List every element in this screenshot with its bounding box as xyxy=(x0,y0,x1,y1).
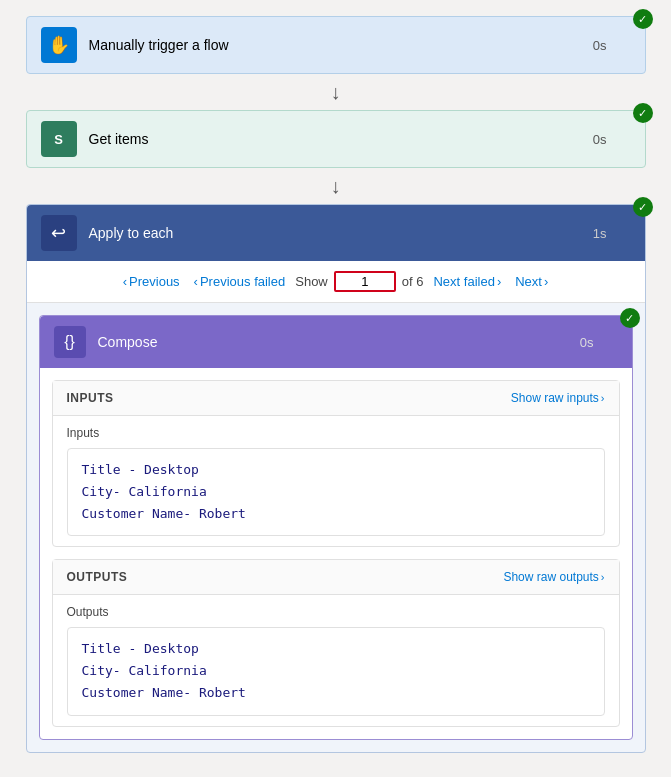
apply-to-each-label: Apply to each xyxy=(89,225,174,241)
flow-container: ✋ Manually trigger a flow 0s ✓ ↓ S Get i… xyxy=(16,16,655,753)
next-failed-button[interactable]: Next failed › xyxy=(429,272,505,291)
previous-button[interactable]: ‹ Previous xyxy=(119,272,184,291)
inputs-chevron-right-icon: › xyxy=(601,392,605,404)
prev-failed-chevron-left-icon: ‹ xyxy=(194,274,198,289)
inputs-title: INPUTS xyxy=(67,391,114,405)
next-label: Next xyxy=(515,274,542,289)
outputs-section: OUTPUTS Show raw outputs › Outputs Title… xyxy=(52,559,620,726)
pagination-row: ‹ Previous ‹ Previous failed Show of 6 N… xyxy=(27,261,645,303)
outputs-title: OUTPUTS xyxy=(67,570,128,584)
page-input[interactable] xyxy=(340,274,390,289)
compose-icon: {} xyxy=(54,326,86,358)
apply-to-each-header: ↩ Apply to each 1s ✓ xyxy=(27,205,645,261)
manual-trigger-success-badge: ✓ xyxy=(633,9,653,29)
show-label: Show xyxy=(295,274,328,289)
get-items-label: Get items xyxy=(89,131,149,147)
show-raw-inputs-link[interactable]: Show raw inputs › xyxy=(511,391,605,405)
apply-step-left: ↩ Apply to each xyxy=(41,215,174,251)
outputs-content: Outputs Title - Desktop City- California… xyxy=(53,595,619,725)
arrow-1: ↓ xyxy=(331,74,341,110)
show-raw-outputs-link[interactable]: Show raw outputs › xyxy=(503,570,604,584)
previous-chevron-left-icon: ‹ xyxy=(123,274,127,289)
get-items-success-badge: ✓ xyxy=(633,103,653,123)
compose-success-badge: ✓ xyxy=(620,308,640,328)
manual-trigger-icon: ✋ xyxy=(41,27,77,63)
inputs-data-box: Title - Desktop City- California Custome… xyxy=(67,448,605,536)
apply-to-each-duration: 1s xyxy=(593,226,607,241)
step-get-items: S Get items 0s ✓ xyxy=(26,110,646,168)
next-button[interactable]: Next › xyxy=(511,272,552,291)
inputs-section: INPUTS Show raw inputs › Inputs Title - … xyxy=(52,380,620,547)
get-items-icon: S xyxy=(41,121,77,157)
compose-step-left: {} Compose xyxy=(54,326,158,358)
compose-header: {} Compose 0s ✓ xyxy=(40,316,632,368)
apply-to-each-block: ↩ Apply to each 1s ✓ ‹ Previous ‹ Previo… xyxy=(26,204,646,753)
compose-label: Compose xyxy=(98,334,158,350)
inputs-content: Inputs Title - Desktop City- California … xyxy=(53,416,619,546)
apply-to-each-success-badge: ✓ xyxy=(633,197,653,217)
manual-trigger-label: Manually trigger a flow xyxy=(89,37,229,53)
outputs-line-3: Customer Name- Robert xyxy=(82,682,590,704)
step-left: S Get items xyxy=(41,121,149,157)
outputs-chevron-right-icon: › xyxy=(601,571,605,583)
outputs-label: Outputs xyxy=(67,605,605,619)
next-chevron-right-icon: › xyxy=(544,274,548,289)
outputs-data-box: Title - Desktop City- California Custome… xyxy=(67,627,605,715)
show-raw-inputs-label: Show raw inputs xyxy=(511,391,599,405)
get-items-duration: 0s xyxy=(593,132,607,147)
outputs-section-header: OUTPUTS Show raw outputs › xyxy=(53,560,619,595)
inputs-section-header: INPUTS Show raw inputs › xyxy=(53,381,619,416)
inputs-label: Inputs xyxy=(67,426,605,440)
next-failed-chevron-right-icon: › xyxy=(497,274,501,289)
arrow-2: ↓ xyxy=(331,168,341,204)
manual-trigger-duration: 0s xyxy=(593,38,607,53)
inputs-line-2: City- California xyxy=(82,481,590,503)
show-raw-outputs-label: Show raw outputs xyxy=(503,570,598,584)
previous-failed-label: Previous failed xyxy=(200,274,285,289)
previous-label: Previous xyxy=(129,274,180,289)
next-failed-label: Next failed xyxy=(433,274,494,289)
compose-block: {} Compose 0s ✓ INPUTS Show raw inputs ›… xyxy=(39,315,633,740)
compose-duration: 0s xyxy=(580,335,594,350)
step-left: ✋ Manually trigger a flow xyxy=(41,27,229,63)
outputs-line-2: City- California xyxy=(82,660,590,682)
page-input-wrapper xyxy=(334,271,396,292)
of-label: of 6 xyxy=(402,274,424,289)
inputs-line-3: Customer Name- Robert xyxy=(82,503,590,525)
inputs-line-1: Title - Desktop xyxy=(82,459,590,481)
step-manual-trigger: ✋ Manually trigger a flow 0s ✓ xyxy=(26,16,646,74)
outputs-line-1: Title - Desktop xyxy=(82,638,590,660)
previous-failed-button[interactable]: ‹ Previous failed xyxy=(190,272,290,291)
apply-to-each-icon: ↩ xyxy=(41,215,77,251)
